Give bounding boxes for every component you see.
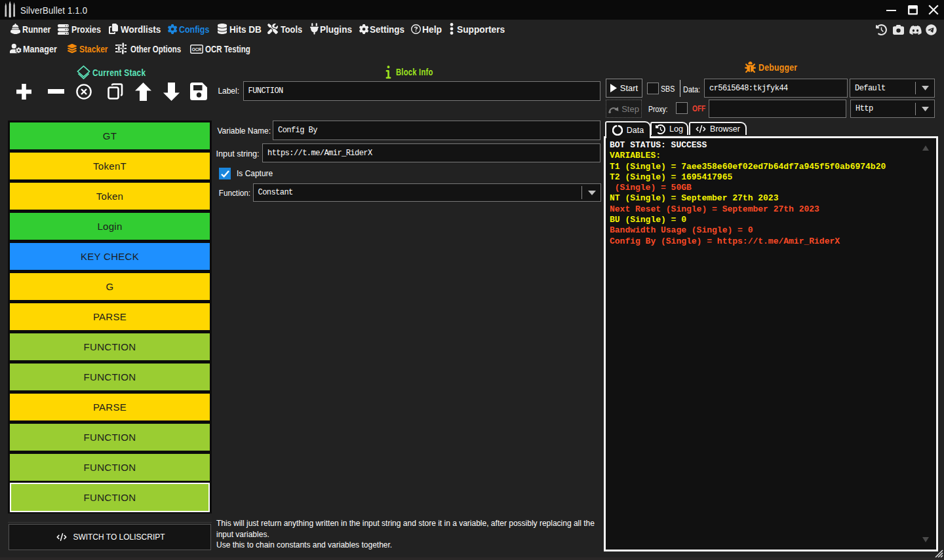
svg-text:OCR: OCR [192,47,202,52]
